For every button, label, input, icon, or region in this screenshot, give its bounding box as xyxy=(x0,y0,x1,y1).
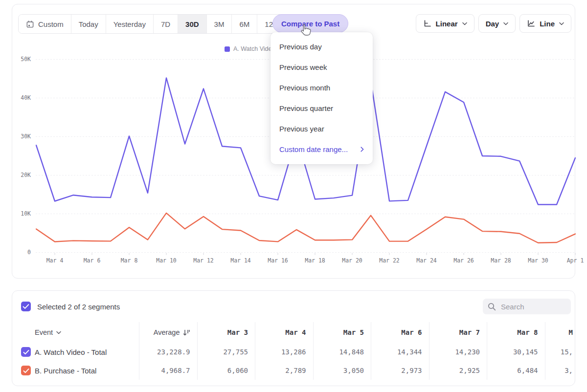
x-tick-label: Mar 20 xyxy=(337,257,367,264)
x-tick-label: Mar 30 xyxy=(523,257,553,264)
menu-item-previous-day[interactable]: Previous day xyxy=(271,36,373,57)
select-all-checkbox[interactable] xyxy=(21,302,31,311)
chevron-down-icon xyxy=(503,22,508,25)
y-tick-label: 30K xyxy=(12,133,31,140)
date-range-7d[interactable]: 7D xyxy=(153,15,178,33)
y-tick-label: 20K xyxy=(12,172,31,178)
value-cell: 23,228.9 xyxy=(139,343,197,361)
column-header-date: Mar 7 xyxy=(429,322,487,343)
column-header-label: Event xyxy=(35,328,53,336)
chevron-right-icon xyxy=(361,147,364,152)
menu-item-previous-quarter[interactable]: Previous quarter xyxy=(271,98,373,118)
x-tick-label: Mar 6 xyxy=(77,257,107,264)
compare-to-past-button[interactable]: Compare to Past xyxy=(272,14,348,33)
value-cell: 2,973 xyxy=(371,361,429,380)
table-row[interactable]: A. Watch Video - Total23,228.927,75513,2… xyxy=(12,343,575,361)
chart-type-label: Line xyxy=(540,20,555,28)
date-range-3m[interactable]: 3M xyxy=(206,15,232,33)
search-input[interactable] xyxy=(500,302,565,311)
table-header-row: EventAverageMar 3Mar 4Mar 5Mar 6Mar 7Mar… xyxy=(12,322,575,343)
table-row[interactable]: B. Purchase - Total4,968.76,0602,7893,05… xyxy=(12,361,575,380)
column-header-date: Mar 5 xyxy=(313,322,371,343)
column-header-average[interactable]: Average xyxy=(139,322,197,343)
date-range-today[interactable]: Today xyxy=(71,15,106,33)
date-range-yesterday[interactable]: Yesterday xyxy=(106,15,153,33)
x-tick-label: Mar 8 xyxy=(114,257,144,264)
column-header-date: Mar 3 xyxy=(197,322,255,343)
value-cell: 30,145 xyxy=(487,343,545,361)
value-cell: 14,344 xyxy=(371,343,429,361)
value-cell: 3,050 xyxy=(313,361,371,380)
date-range-label: 6M xyxy=(239,20,249,28)
legend-item-a-watch-video[interactable]: A. Watch Video xyxy=(225,45,275,52)
x-tick-label: Mar 4 xyxy=(40,257,70,264)
x-tick-label: Mar 10 xyxy=(151,257,181,264)
value-cell: 15, xyxy=(545,343,575,361)
sort-descending-icon xyxy=(183,329,190,336)
x-tick-label: Mar 28 xyxy=(486,257,516,264)
date-range-30d[interactable]: 30D xyxy=(178,15,206,33)
menu-item-previous-week[interactable]: Previous week xyxy=(271,57,373,77)
date-range-label: 7D xyxy=(161,20,170,28)
menu-item-previous-year[interactable]: Previous year xyxy=(271,118,373,139)
line-chart-icon xyxy=(527,20,535,27)
column-header-label: Average xyxy=(154,328,180,336)
x-tick-label: Mar 24 xyxy=(411,257,442,264)
date-range-6m[interactable]: 6M xyxy=(231,15,257,33)
segments-header-bar: Selected 2 of 2 segments xyxy=(12,291,575,322)
scale-dropdown[interactable]: Linear xyxy=(416,14,474,33)
menu-item-custom-date-range[interactable]: Custom date range... xyxy=(271,139,373,159)
date-range-label: 30D xyxy=(185,20,199,28)
value-cell: 6,484 xyxy=(487,361,545,380)
chart-type-dropdown[interactable]: Line xyxy=(519,14,571,33)
column-header-date: M xyxy=(545,322,575,343)
y-tick-label: 40K xyxy=(12,94,31,101)
x-tick-label: Mar 14 xyxy=(226,257,256,264)
date-range-label: Custom xyxy=(38,20,64,28)
chart-controls: Linear Day Line xyxy=(416,14,571,33)
search-box[interactable] xyxy=(483,299,571,314)
compare-to-past-menu: Previous dayPrevious weekPrevious monthP… xyxy=(271,32,373,164)
x-tick-label: Mar 22 xyxy=(374,257,405,264)
selected-segments-label: Selected 2 of 2 segments xyxy=(37,303,120,311)
custom-date-range-label: Custom date range... xyxy=(279,145,348,153)
interval-label: Day xyxy=(486,20,499,28)
segments-table-card: Selected 2 of 2 segments EventAverageMar… xyxy=(12,290,575,386)
column-header-date: Mar 6 xyxy=(371,322,429,343)
row-checkbox[interactable] xyxy=(21,366,31,375)
series-line-b-purchase xyxy=(36,213,575,243)
value-cell: 13,286 xyxy=(255,343,313,361)
date-range-segment: CustomTodayYesterday7D30D3M6M12M xyxy=(18,14,287,34)
date-range-label: 3M xyxy=(214,20,225,28)
interval-dropdown[interactable]: Day xyxy=(478,14,516,33)
row-checkbox[interactable] xyxy=(21,347,31,357)
value-cell: 2,789 xyxy=(255,361,313,380)
chevron-down-icon xyxy=(56,331,61,334)
x-tick-label: Mar 16 xyxy=(263,257,293,264)
date-range-label: Today xyxy=(79,20,98,28)
column-header-date: Mar 8 xyxy=(487,322,545,343)
linear-axis-icon xyxy=(423,20,431,27)
insights-report-page: CustomTodayYesterday7D30D3M6M12M Compare… xyxy=(0,0,587,392)
compare-to-past-label: Compare to Past xyxy=(281,20,339,28)
column-header-event[interactable]: Event xyxy=(12,322,139,343)
y-tick-label: 0 xyxy=(12,249,31,256)
legend-swatch xyxy=(225,46,230,52)
legend-label: A. Watch Video xyxy=(233,45,275,52)
column-header-date: Mar 4 xyxy=(255,322,313,343)
scale-label: Linear xyxy=(436,20,458,28)
value-cell: 2,925 xyxy=(429,361,487,380)
calendar-icon xyxy=(26,20,34,28)
event-name: A. Watch Video - Total xyxy=(35,348,107,356)
x-tick-label: Mar 18 xyxy=(300,257,330,264)
y-tick-label: 50K xyxy=(12,56,31,63)
value-cell: 4,968.7 xyxy=(139,361,197,380)
x-tick-label: Mar 26 xyxy=(449,257,479,264)
table-body: A. Watch Video - Total23,228.927,75513,2… xyxy=(12,343,575,380)
event-name: B. Purchase - Total xyxy=(35,367,96,375)
date-range-custom[interactable]: Custom xyxy=(19,15,71,33)
chevron-down-icon xyxy=(559,22,564,25)
value-cell: 14,230 xyxy=(429,343,487,361)
y-tick-label: 10K xyxy=(12,210,31,217)
menu-item-previous-month[interactable]: Previous month xyxy=(271,77,373,98)
